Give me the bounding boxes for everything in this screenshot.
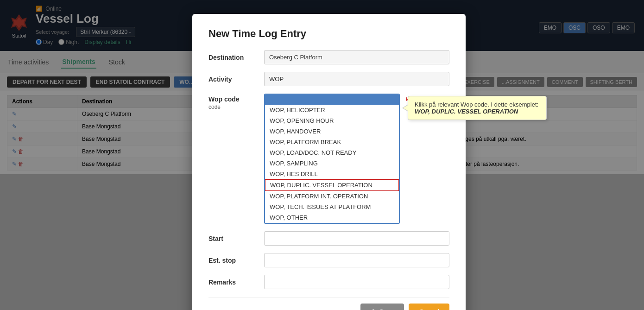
wop-option-helicopter[interactable]: WOP, HELICOPTER	[265, 105, 399, 115]
remarks-label: Remarks	[208, 278, 264, 286]
wop-option-opening-hour[interactable]: WOP, OPENING HOUR	[265, 115, 399, 126]
cancel-button[interactable]: Cancel	[409, 304, 449, 310]
save-button[interactable]: ⬇ Save	[360, 304, 404, 310]
wop-option-platform-int[interactable]: WOP, PLATFORM INT. OPERATION	[265, 191, 399, 202]
new-time-log-modal: New Time Log Entry Destination Activity …	[192, 14, 466, 310]
est-stop-input[interactable]	[264, 253, 449, 267]
wop-code-label: Wop codecode	[208, 94, 264, 110]
wop-option-duplic[interactable]: WOP, DUPLIC. VESSEL OPERATION	[265, 179, 399, 191]
destination-input[interactable]	[264, 50, 449, 64]
tooltip-text: Klikk på relevant Wop code. I dette ekse…	[415, 101, 538, 108]
wop-option-other[interactable]: WOP, OTHER	[265, 212, 399, 223]
wop-option-sampling[interactable]: WOP, SAMPLING	[265, 158, 399, 169]
activity-label: Activity	[208, 76, 264, 83]
tooltip-highlight: WOP, DUPLIC. VESSEL OPERATION	[415, 108, 518, 115]
save-icon: ⬇	[371, 308, 376, 310]
wop-option-load-doc[interactable]: WOP, LOAD/DOC. NOT READY	[265, 147, 399, 158]
wop-option-hes-drill[interactable]: WOP, HES DRILL	[265, 169, 399, 179]
wop-option-handover[interactable]: WOP, HANDOVER	[265, 126, 399, 137]
tooltip-box: Klikk på relevant Wop code. I dette ekse…	[408, 96, 547, 120]
activity-input[interactable]	[264, 72, 449, 86]
modal-title: New Time Log Entry	[208, 28, 449, 40]
wop-option-tech-issues[interactable]: WOP, TECH. ISSUES AT PLATFORM	[265, 202, 399, 212]
est-stop-label: Est. stop	[208, 257, 264, 264]
start-input[interactable]	[264, 231, 449, 246]
wop-option-blank[interactable]	[265, 95, 399, 105]
wop-dropdown[interactable]: WOP, HELICOPTER WOP, OPENING HOUR WOP, H…	[264, 94, 400, 224]
start-label: Start	[208, 235, 264, 242]
remarks-input[interactable]	[264, 275, 449, 289]
destination-label: Destination	[208, 54, 264, 61]
wop-option-platform-break[interactable]: WOP, PLATFORM BREAK	[265, 137, 399, 147]
